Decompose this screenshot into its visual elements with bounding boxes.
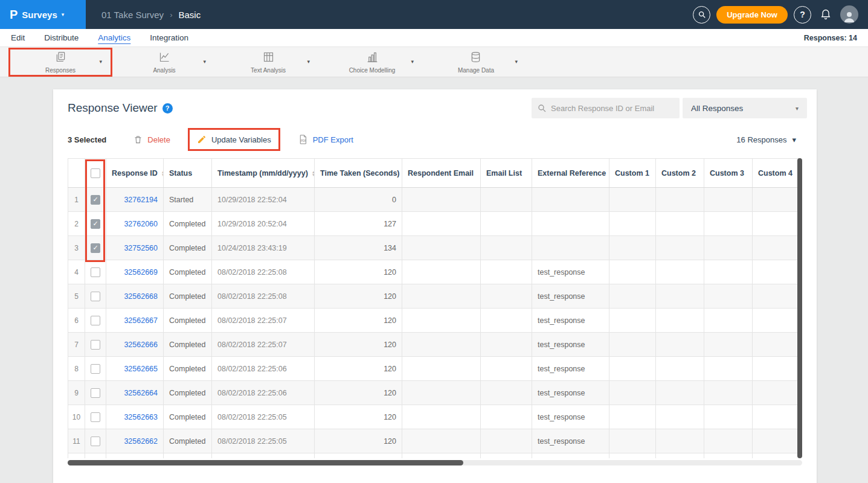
row-checkbox[interactable] — [91, 219, 100, 229]
pdf-export-button[interactable]: PDF PDF Export — [289, 127, 362, 152]
notifications-button[interactable] — [817, 6, 834, 23]
search-icon — [698, 10, 706, 19]
toolbar-item-text-analysis[interactable]: Text Analysis▾ — [216, 48, 320, 77]
response-id-link[interactable]: 32562664 — [124, 389, 158, 397]
product-switcher[interactable]: P Surveys ▾ — [0, 0, 86, 29]
column-header-timestamp[interactable]: Timestamp (mm/dd/yyyy)▲▼ — [212, 159, 315, 188]
row-checkbox[interactable] — [91, 243, 100, 253]
tab-distribute[interactable]: Distribute — [44, 33, 79, 42]
responses-count-dropdown[interactable]: 16 Responses ▾ — [736, 135, 802, 144]
tab-integration[interactable]: Integration — [150, 33, 188, 42]
row-checkbox[interactable] — [91, 364, 100, 374]
custom2-cell — [656, 309, 704, 333]
row-checkbox[interactable] — [91, 437, 100, 446]
delete-button[interactable]: Delete — [124, 128, 179, 151]
chevron-down-icon[interactable]: ▾ — [203, 59, 206, 65]
response-id-link[interactable]: 32562667 — [124, 316, 158, 325]
search-icon — [537, 103, 547, 115]
toolbar-item-choice-modelling[interactable]: Choice Modelling▾ — [320, 48, 424, 77]
response-id-link[interactable]: 32562669 — [124, 268, 158, 277]
row-number: 1 — [68, 188, 85, 212]
chevron-down-icon[interactable]: ▾ — [411, 59, 414, 65]
tab-analytics[interactable]: Analytics — [98, 33, 130, 42]
response-id-link[interactable]: 32762060 — [124, 220, 158, 228]
breadcrumb-page: Basic — [178, 10, 201, 20]
response-id-link[interactable]: 32562663 — [124, 413, 158, 421]
response-id-link[interactable]: 32562666 — [124, 341, 158, 349]
response-id-link[interactable]: 32562668 — [124, 292, 158, 301]
response-id-link[interactable]: 32752560 — [124, 244, 158, 252]
responses-table: Response ID▲▼StatusTimestamp (mm/dd/yyyy… — [68, 158, 801, 458]
select-all-checkbox[interactable] — [91, 168, 100, 178]
external_reference-cell — [532, 188, 609, 212]
select-all-checkbox-header[interactable] — [85, 159, 106, 188]
tab-edit[interactable]: Edit — [11, 33, 25, 42]
email_list-cell — [481, 429, 532, 453]
column-header-time_taken[interactable]: Time Taken (Seconds)▲▼ — [315, 159, 402, 188]
table-row: 732562666Completed08/02/2018 22:25:07120… — [68, 333, 801, 357]
toolbar-item-label: Manage Data — [458, 67, 494, 74]
chevron-down-icon[interactable]: ▾ — [99, 59, 102, 65]
sort-icon[interactable]: ▲▼ — [312, 170, 315, 176]
toolbar-item-manage-data[interactable]: Manage Data▾ — [424, 48, 528, 77]
row-checkbox-cell — [85, 405, 106, 429]
upgrade-now-button[interactable]: Upgrade Now — [716, 6, 788, 24]
status-cell: Completed — [164, 357, 212, 381]
sort-icon[interactable]: ▲▼ — [161, 170, 164, 176]
response-id-cell: 32562666 — [106, 333, 164, 357]
horizontal-scrollbar[interactable] — [68, 460, 463, 465]
row-checkbox[interactable] — [91, 340, 100, 350]
status-cell: Completed — [164, 212, 212, 236]
response-filter-dropdown[interactable]: All Responses ▾ — [683, 98, 807, 118]
toolbar-item-analysis[interactable]: Analysis▾ — [112, 48, 216, 77]
search-button[interactable] — [693, 6, 710, 24]
chevron-down-icon[interactable]: ▾ — [307, 59, 310, 65]
custom2-cell — [656, 405, 704, 429]
response-id-link[interactable]: 32562665 — [124, 365, 158, 373]
row-number: 4 — [68, 260, 85, 284]
toolbar-item-responses[interactable]: Responses▾ — [8, 48, 112, 77]
help-button[interactable]: ? — [794, 6, 811, 24]
respondent_email-cell — [402, 453, 481, 459]
column-header-respondent_email: Respondent Email — [402, 159, 481, 188]
status-cell: Completed — [164, 381, 212, 405]
column-header-custom3: Custom 3 — [704, 159, 753, 188]
row-checkbox[interactable] — [91, 195, 100, 205]
time_taken-cell: 134 — [315, 236, 402, 260]
row-number: 8 — [68, 357, 85, 381]
row-checkbox[interactable] — [91, 388, 100, 398]
column-header-id[interactable]: Response ID▲▼ — [106, 159, 164, 188]
respondent_email-cell — [402, 381, 481, 405]
custom3-cell — [704, 188, 753, 212]
respondent_email-cell — [402, 309, 481, 333]
response-id-link[interactable]: 32762194 — [124, 196, 158, 204]
custom3-cell — [704, 260, 753, 284]
external_reference-cell: test_response — [532, 284, 609, 309]
vertical-scrollbar[interactable] — [797, 158, 802, 458]
row-checkbox[interactable] — [91, 267, 100, 277]
horizontal-scrollbar-track — [68, 460, 802, 465]
update-variables-button[interactable]: Update Variables — [188, 128, 280, 151]
breadcrumb-survey[interactable]: 01 Take Survey — [101, 10, 164, 20]
respondent_email-cell — [402, 284, 481, 309]
search-input[interactable] — [532, 98, 680, 118]
email_list-cell — [481, 453, 532, 459]
row-checkbox[interactable] — [91, 316, 100, 325]
search-box — [532, 98, 680, 118]
time_taken-cell — [315, 453, 402, 459]
custom4-cell — [753, 236, 801, 260]
row-checkbox[interactable] — [91, 292, 100, 301]
response-id-link[interactable]: 32562662 — [124, 437, 158, 446]
custom3-cell — [704, 453, 753, 459]
row-checkbox[interactable] — [91, 412, 100, 422]
table-row — [68, 453, 801, 459]
custom4-cell — [753, 429, 801, 453]
custom2-cell — [656, 212, 704, 236]
avatar[interactable] — [840, 5, 858, 24]
toolbar-item-label: Responses — [45, 67, 76, 74]
row-checkbox-cell — [85, 284, 106, 309]
help-badge-icon[interactable]: ? — [162, 103, 173, 114]
email_list-cell — [481, 212, 532, 236]
chevron-down-icon[interactable]: ▾ — [515, 59, 518, 65]
custom4-cell — [753, 284, 801, 309]
